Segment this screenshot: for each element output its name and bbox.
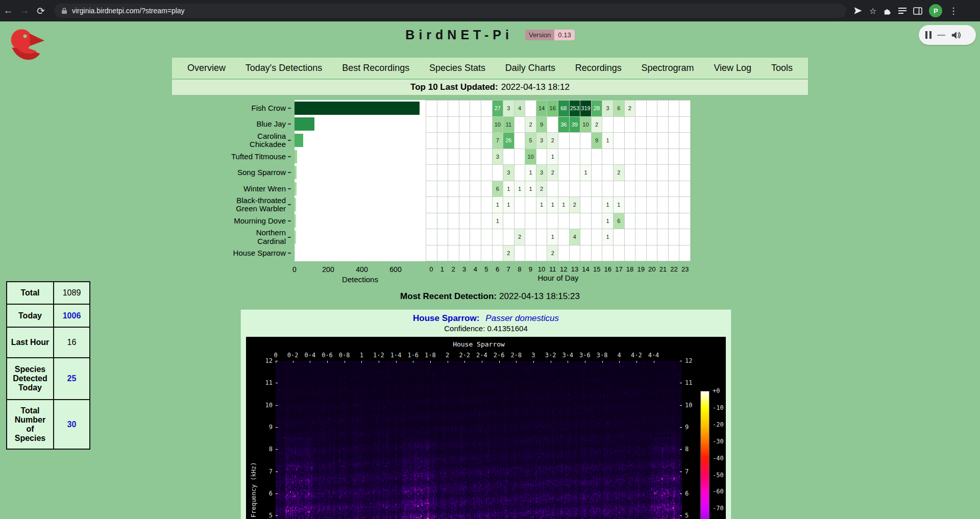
species-link[interactable]: House Sparrow:	[413, 313, 479, 323]
stat-value[interactable]: 1006	[54, 304, 90, 327]
bookmark-star-icon[interactable]: ☆	[869, 6, 876, 16]
spectrogram: House Sparrow 00·20·40·60·811·21·41·61·8…	[246, 337, 726, 519]
nav-item[interactable]: Daily Charts	[505, 63, 555, 73]
heatmap-cell	[426, 133, 437, 149]
heat-xtick-label: 10	[538, 265, 545, 273]
heatmap-cell	[592, 149, 602, 165]
heatmap-cell	[592, 197, 602, 213]
spectrogram-ytick-label: 6	[685, 490, 689, 497]
reload-button[interactable]: ⟳	[33, 5, 49, 17]
audio-player[interactable]	[919, 25, 976, 45]
heat-xtick-label: 2	[451, 265, 455, 273]
y-tick-mark	[288, 108, 291, 109]
y-tick-mark	[288, 237, 291, 238]
heatmap-cell: 1	[602, 133, 613, 149]
side-panel-icon[interactable]	[913, 7, 922, 15]
seek-bar[interactable]	[937, 35, 945, 36]
heatmap-cell: 1	[525, 165, 536, 181]
heatmap-cell	[525, 213, 536, 229]
spectrogram-canvas	[276, 361, 682, 519]
bar	[295, 166, 297, 179]
bar-xtick-label: 600	[389, 265, 401, 274]
heatmap-cell: 10	[525, 149, 536, 165]
heatmap-cell	[669, 133, 679, 149]
spectrogram-xtick-label: 0·8	[339, 352, 350, 359]
heatmap-cell: 1	[547, 229, 558, 245]
reading-list-icon[interactable]	[898, 7, 906, 14]
profile-avatar[interactable]: P	[929, 4, 942, 17]
spectrogram-ytick-label: 7	[685, 468, 689, 475]
heatmap-cell	[657, 149, 668, 165]
heatmap-cell	[448, 245, 459, 261]
heatmap-cell	[536, 149, 547, 165]
spectrogram-xtick-label: 0·4	[304, 352, 315, 359]
url-bar[interactable]: virginia.birdnetpi.com/?stream=play	[54, 4, 846, 18]
heatmap-cell	[448, 133, 459, 149]
forward-button[interactable]: →	[16, 5, 33, 16]
bar-chart	[295, 100, 426, 261]
y-tick-mark	[288, 220, 291, 221]
heatmap-cell	[558, 229, 569, 245]
heatmap-cell: 2	[614, 165, 624, 181]
heatmap-cell	[437, 101, 448, 116]
heatmap-cell	[679, 117, 690, 133]
heatmap-cell: 26	[503, 133, 514, 149]
heat-xtick-label: 5	[484, 265, 488, 273]
heatmap-cell	[437, 213, 448, 229]
spectrogram-title: House Sparrow	[276, 340, 682, 348]
nav-item[interactable]: Overview	[187, 63, 226, 73]
nav-item[interactable]: View Log	[714, 63, 751, 73]
spectrogram-ylabel: Frequency (kHz)	[250, 462, 257, 517]
heat-xtick-label: 19	[637, 265, 644, 273]
spectrogram-ytick-label: 9	[253, 424, 273, 431]
heatmap-cell	[470, 101, 481, 116]
heatmap-cell: 2	[514, 229, 525, 245]
heatmap-cell	[437, 165, 448, 181]
version-value: 0.13	[554, 30, 574, 40]
extensions-icon[interactable]	[883, 7, 892, 15]
heatmap-cell: 39	[570, 117, 580, 133]
heatmap-cell	[437, 149, 448, 165]
heatmap-cell	[635, 165, 646, 181]
send-icon[interactable]	[853, 6, 863, 15]
heatmap-cell: 2	[625, 101, 635, 116]
heatmap-cell	[437, 181, 448, 197]
heatmap-cell: 3	[536, 165, 547, 181]
nav-item[interactable]: Today's Detections	[246, 63, 323, 73]
heatmap-cell: 6	[614, 213, 624, 229]
heatmap-cell: 1	[493, 197, 503, 213]
nav-item[interactable]: Recordings	[575, 63, 622, 73]
heatmap-cell	[426, 197, 437, 213]
heatmap-cell: 319	[580, 101, 591, 116]
nav-item[interactable]: Tools	[771, 63, 793, 73]
top10-label: Top 10 Last Updated:	[410, 82, 498, 92]
heatmap-cell	[448, 149, 459, 165]
spectrogram-xtick-label: 2·8	[510, 352, 522, 359]
heatmap-cell	[679, 229, 690, 245]
heatmap-cell	[570, 149, 580, 165]
pause-button[interactable]	[925, 31, 932, 39]
menu-icon[interactable]: ⋮	[949, 6, 958, 16]
y-tick-mark	[288, 204, 291, 205]
url-text: virginia.birdnetpi.com/?stream=play	[72, 7, 185, 15]
stat-value[interactable]: 30	[54, 400, 90, 449]
bar-xticks: 0200400600	[295, 261, 426, 273]
heatmap-cell	[625, 133, 635, 149]
back-button[interactable]: ←	[0, 5, 16, 16]
heatmap-cell	[493, 165, 503, 181]
volume-icon[interactable]	[951, 31, 961, 40]
heatmap-cell	[635, 197, 646, 213]
stat-value[interactable]: 25	[54, 358, 90, 400]
heatmap-cell	[470, 181, 481, 197]
nav-item[interactable]: Best Recordings	[342, 63, 409, 73]
heatmap-cell	[570, 245, 580, 261]
spectrogram-xtick-label: 2	[446, 352, 449, 359]
app-title: BirdNET-Pi	[405, 28, 513, 42]
heatmap-cell: 3	[602, 101, 613, 116]
spectrogram-xtick-label: 3·4	[562, 352, 573, 359]
heatmap-cell	[448, 229, 459, 245]
nav-item[interactable]: Spectrogram	[642, 63, 694, 73]
heatmap-cell	[547, 213, 558, 229]
nav-item[interactable]: Species Stats	[429, 63, 485, 73]
spectrogram-xtick-label: 2·6	[494, 352, 505, 359]
